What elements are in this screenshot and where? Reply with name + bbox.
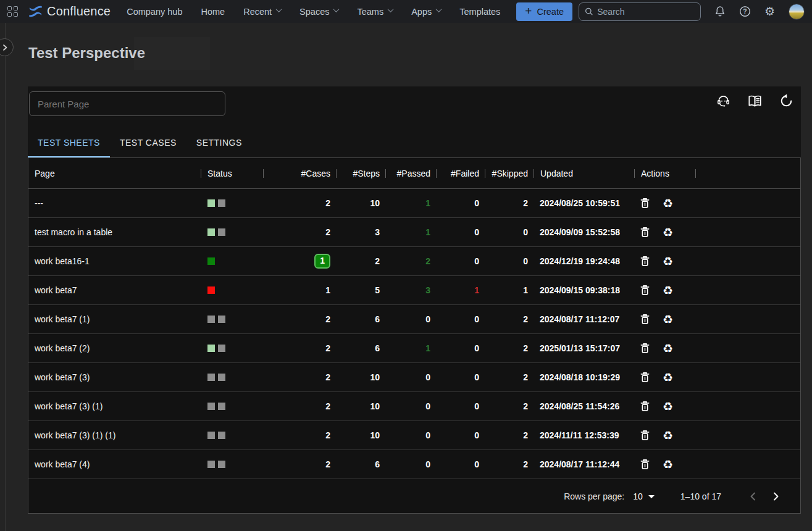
recycle-button[interactable]: ♻ bbox=[661, 312, 674, 327]
recycle-button[interactable]: ♻ bbox=[661, 196, 674, 211]
delete-trash-icon bbox=[640, 227, 650, 238]
failed-cell: 0 bbox=[437, 198, 485, 208]
delete-trash-icon bbox=[640, 459, 650, 470]
previous-page-button[interactable] bbox=[742, 485, 764, 508]
table-row[interactable]: ---2101022024/08/25 10:59:51♻ bbox=[28, 189, 800, 218]
actions-cell: ♻ bbox=[635, 341, 696, 356]
search-box[interactable] bbox=[579, 2, 701, 21]
steps-cell: 10 bbox=[337, 401, 386, 411]
nav-right-cluster: ? ⚙ bbox=[579, 2, 805, 21]
app-switcher-icon[interactable] bbox=[7, 6, 19, 17]
recycle-button[interactable]: ♻ bbox=[661, 225, 674, 240]
logo-text: Confluence bbox=[47, 4, 111, 19]
actions-cell: ♻ bbox=[635, 458, 696, 472]
delete-button[interactable] bbox=[639, 399, 651, 413]
delete-button[interactable] bbox=[639, 225, 651, 239]
column-header-status[interactable]: Status bbox=[201, 169, 264, 178]
table-row[interactable]: work beta7 (3) (1)2100022024/08/25 11:54… bbox=[28, 392, 800, 421]
tab-test-cases[interactable]: TEST CASES bbox=[110, 128, 186, 157]
recycle-icon: ♻ bbox=[663, 459, 673, 470]
user-avatar[interactable] bbox=[789, 4, 805, 20]
table-row[interactable]: work beta7 (1)260022024/08/17 11:12:07♻ bbox=[28, 305, 800, 334]
delete-button[interactable] bbox=[639, 312, 651, 326]
column-header-updated[interactable]: Updated bbox=[534, 169, 635, 178]
recycle-button[interactable]: ♻ bbox=[661, 341, 674, 356]
recycle-button[interactable]: ♻ bbox=[661, 254, 674, 269]
passed-cell: 3 bbox=[386, 285, 437, 295]
column-header-failed[interactable]: #Failed bbox=[437, 169, 485, 178]
updated-cell: 2024/08/25 10:59:51 bbox=[534, 198, 635, 208]
table-row[interactable]: test macro in a table231002024/09/09 15:… bbox=[28, 218, 800, 247]
delete-button[interactable] bbox=[639, 458, 651, 471]
support-agent-icon[interactable] bbox=[716, 94, 730, 108]
skipped-cell: 2 bbox=[485, 314, 534, 324]
delete-button[interactable] bbox=[639, 341, 651, 355]
column-header-page[interactable]: Page bbox=[28, 169, 201, 178]
updated-cell: 2025/01/13 15:17:07 bbox=[534, 343, 635, 353]
chevron-down-icon bbox=[388, 6, 394, 12]
column-header-skipped[interactable]: #Skipped bbox=[485, 169, 534, 178]
rows-per-page-select[interactable]: 10 bbox=[633, 491, 655, 501]
sidebar-rail-divider bbox=[5, 23, 6, 531]
search-input[interactable] bbox=[597, 7, 695, 17]
page-name-cell: --- bbox=[28, 198, 201, 208]
cases-cell: 2 bbox=[264, 343, 337, 353]
status-cell bbox=[201, 461, 264, 468]
column-header-cases[interactable]: #Cases bbox=[264, 169, 337, 178]
tab-settings[interactable]: SETTINGS bbox=[186, 128, 252, 157]
actions-cell: ♻ bbox=[635, 429, 696, 443]
documentation-book-icon[interactable] bbox=[747, 94, 763, 108]
nav-item-templates[interactable]: Templates bbox=[459, 7, 500, 17]
failed-cell: 0 bbox=[437, 372, 485, 382]
next-page-button[interactable] bbox=[764, 485, 787, 508]
tab-test-sheets[interactable]: TEST SHEETS bbox=[28, 128, 110, 157]
refresh-icon[interactable] bbox=[779, 94, 793, 108]
parent-page-input[interactable] bbox=[29, 91, 225, 116]
delete-button[interactable] bbox=[639, 370, 651, 384]
cases-cell: 1 bbox=[264, 254, 337, 269]
steps-cell: 5 bbox=[337, 285, 386, 295]
delete-button[interactable] bbox=[639, 283, 651, 297]
recycle-icon: ♻ bbox=[663, 401, 673, 412]
recycle-button[interactable]: ♻ bbox=[661, 458, 674, 472]
recycle-button[interactable]: ♻ bbox=[661, 370, 674, 385]
table-row[interactable]: work beta7 (2)261022025/01/13 15:17:07♻ bbox=[28, 334, 800, 363]
delete-button[interactable] bbox=[639, 196, 651, 210]
recycle-icon: ♻ bbox=[663, 430, 673, 441]
cases-cell: 2 bbox=[264, 198, 337, 208]
help-icon[interactable]: ? bbox=[739, 6, 751, 17]
pagination-range-label: 1–10 of 17 bbox=[680, 491, 721, 501]
steps-cell: 6 bbox=[337, 314, 386, 324]
nav-item-teams[interactable]: Teams bbox=[357, 7, 393, 17]
table-row[interactable]: work beta7153112024/09/15 09:38:18♻ bbox=[28, 276, 800, 305]
column-header-steps[interactable]: #Steps bbox=[337, 169, 386, 178]
delete-button[interactable] bbox=[639, 429, 651, 442]
sidebar-expand-button[interactable] bbox=[0, 38, 14, 56]
nav-item-apps[interactable]: Apps bbox=[411, 7, 441, 17]
confluence-logo[interactable]: Confluence bbox=[28, 4, 111, 19]
table-row[interactable]: work beta7 (4)260022024/08/17 11:12:44♻ bbox=[28, 450, 800, 479]
settings-gear-icon[interactable]: ⚙ bbox=[764, 6, 775, 17]
nav-item-recent[interactable]: Recent bbox=[243, 7, 281, 17]
steps-cell: 10 bbox=[337, 372, 386, 382]
delete-trash-icon bbox=[640, 401, 650, 412]
column-header-passed[interactable]: #Passed bbox=[386, 169, 437, 178]
cases-badge: 1 bbox=[314, 254, 330, 269]
column-header-actions[interactable]: Actions bbox=[635, 169, 696, 178]
recycle-button[interactable]: ♻ bbox=[661, 399, 674, 414]
status-square-gray-icon bbox=[207, 374, 215, 381]
table-row[interactable]: work beta7 (3) (1) (1)2100022024/11/11 1… bbox=[28, 421, 800, 450]
recycle-button[interactable]: ♻ bbox=[661, 283, 674, 298]
table-row[interactable]: work beta7 (3)2100022024/08/18 10:19:29♻ bbox=[28, 363, 800, 392]
actions-cell: ♻ bbox=[635, 254, 696, 269]
table-row[interactable]: work beta16-1122002024/12/19 19:24:48♻ bbox=[28, 247, 800, 276]
notifications-bell-icon[interactable] bbox=[714, 6, 726, 17]
delete-button[interactable] bbox=[639, 254, 651, 268]
nav-item-home[interactable]: Home bbox=[201, 7, 225, 17]
recycle-button[interactable]: ♻ bbox=[661, 429, 674, 443]
nav-item-spaces[interactable]: Spaces bbox=[299, 7, 338, 17]
page-name-cell: work beta7 (2) bbox=[28, 343, 201, 353]
create-button[interactable]: + Create bbox=[516, 2, 572, 21]
status-cell bbox=[201, 228, 264, 236]
nav-item-company-hub[interactable]: Company hub bbox=[127, 7, 182, 17]
